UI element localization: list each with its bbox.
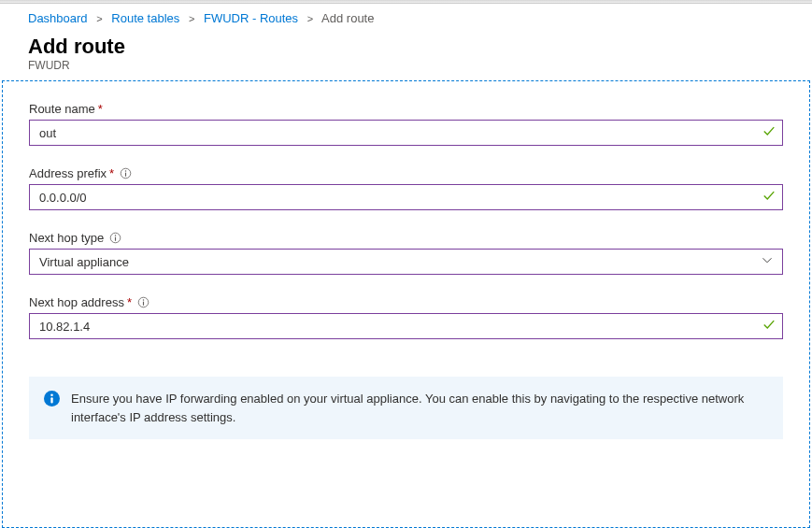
breadcrumb-current: Add route xyxy=(321,11,374,25)
info-badge-icon xyxy=(44,391,60,409)
address-prefix-label: Address prefix * xyxy=(29,166,783,180)
form-group-next-hop-type: Next hop type Virtual appliance xyxy=(29,231,783,275)
next-hop-type-value: Virtual appliance xyxy=(39,255,129,269)
svg-rect-8 xyxy=(143,302,144,306)
address-prefix-input[interactable] xyxy=(29,184,783,210)
info-box: Ensure you have IP forwarding enabled on… xyxy=(29,377,783,439)
page-subtitle: FWUDR xyxy=(28,59,784,72)
breadcrumb-separator: > xyxy=(189,13,194,24)
breadcrumb-dashboard[interactable]: Dashboard xyxy=(28,11,88,25)
route-name-input[interactable] xyxy=(29,120,783,146)
info-icon[interactable] xyxy=(120,167,132,179)
next-hop-address-input[interactable] xyxy=(29,313,783,339)
form-panel: Route name * Address prefix * Nex xyxy=(2,80,810,528)
required-asterisk: * xyxy=(98,102,103,116)
address-prefix-label-text: Address prefix xyxy=(29,166,107,180)
next-hop-type-label-text: Next hop type xyxy=(29,231,104,245)
info-icon[interactable] xyxy=(109,232,121,244)
next-hop-address-label-text: Next hop address xyxy=(29,295,124,309)
breadcrumb-fwudr-routes[interactable]: FWUDR - Routes xyxy=(204,11,298,25)
checkmark-icon xyxy=(762,125,776,141)
required-asterisk: * xyxy=(109,166,114,180)
breadcrumb-separator: > xyxy=(307,13,313,24)
route-name-label-text: Route name xyxy=(29,102,95,116)
next-hop-type-select[interactable]: Virtual appliance xyxy=(29,249,783,275)
info-box-text: Ensure you have IP forwarding enabled on… xyxy=(71,390,768,426)
form-group-address-prefix: Address prefix * xyxy=(29,166,783,210)
breadcrumb-route-tables[interactable]: Route tables xyxy=(111,11,179,25)
info-icon[interactable] xyxy=(137,296,150,308)
svg-rect-11 xyxy=(50,397,52,403)
next-hop-type-label: Next hop type xyxy=(29,231,783,245)
svg-point-7 xyxy=(143,299,144,300)
checkmark-icon xyxy=(762,319,776,335)
route-name-label: Route name * xyxy=(29,102,783,116)
page-header: Add route FWUDR xyxy=(0,35,812,79)
form-group-route-name: Route name * xyxy=(29,102,783,146)
svg-rect-2 xyxy=(125,173,126,177)
form-group-next-hop-address: Next hop address * xyxy=(29,295,783,339)
page-title: Add route xyxy=(28,35,784,59)
svg-point-10 xyxy=(50,394,53,397)
svg-point-4 xyxy=(115,235,116,235)
checkmark-icon xyxy=(762,190,776,206)
next-hop-address-input-wrapper xyxy=(29,313,783,339)
svg-rect-5 xyxy=(115,237,116,241)
breadcrumb: Dashboard > Route tables > FWUDR - Route… xyxy=(0,4,812,35)
address-prefix-input-wrapper xyxy=(29,184,783,210)
svg-point-1 xyxy=(125,170,126,171)
chevron-down-icon xyxy=(762,255,773,269)
route-name-input-wrapper xyxy=(29,120,783,146)
breadcrumb-separator: > xyxy=(96,13,102,24)
next-hop-address-label: Next hop address * xyxy=(29,295,783,309)
required-asterisk: * xyxy=(127,295,132,309)
